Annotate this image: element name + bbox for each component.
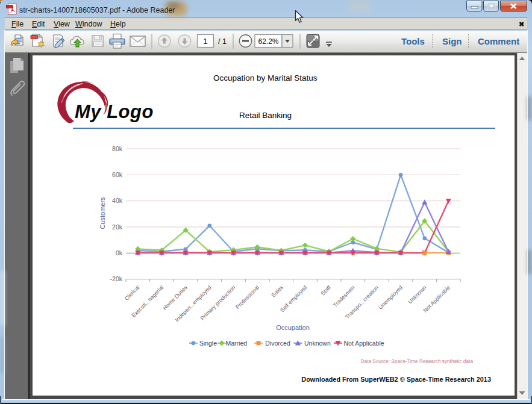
svg-text:Married: Married — [226, 340, 248, 347]
svg-text:1: 1 — [204, 37, 208, 46]
svg-text:Sales: Sales — [270, 284, 284, 299]
svg-text:Occupation: Occupation — [276, 324, 310, 331]
svg-text:40k: 40k — [112, 197, 123, 204]
svg-text:Unknown: Unknown — [407, 284, 427, 305]
svg-text:Unknown: Unknown — [304, 340, 331, 347]
svg-text:Downloaded From SuperWEB2 © Sp: Downloaded From SuperWEB2 © Space-Time R… — [301, 376, 491, 383]
svg-text:Data Source: Space-Time Resear: Data Source: Space-Time Research synthet… — [361, 358, 474, 364]
svg-text:Single: Single — [199, 340, 217, 347]
svg-text:Divorced: Divorced — [265, 340, 290, 347]
svg-text:0k: 0k — [116, 249, 123, 256]
svg-text:Professional: Professional — [234, 284, 260, 310]
svg-text:60k: 60k — [112, 171, 123, 178]
svg-text:62.2%: 62.2% — [258, 37, 278, 46]
svg-text:20k: 20k — [112, 223, 123, 231]
svg-text:80k: 80k — [112, 145, 123, 152]
svg-text:Not Applicable: Not Applicable — [344, 340, 384, 347]
svg-text:Staff: Staff — [320, 284, 333, 297]
svg-text:/ 1: / 1 — [218, 37, 227, 46]
svg-text:Tradesmen: Tradesmen — [332, 284, 356, 308]
svg-text:Customers: Customers — [99, 197, 106, 229]
svg-text:Unemployed: Unemployed — [377, 284, 404, 311]
svg-text:Clerical: Clerical — [124, 284, 141, 302]
svg-text:-20k: -20k — [110, 275, 123, 282]
